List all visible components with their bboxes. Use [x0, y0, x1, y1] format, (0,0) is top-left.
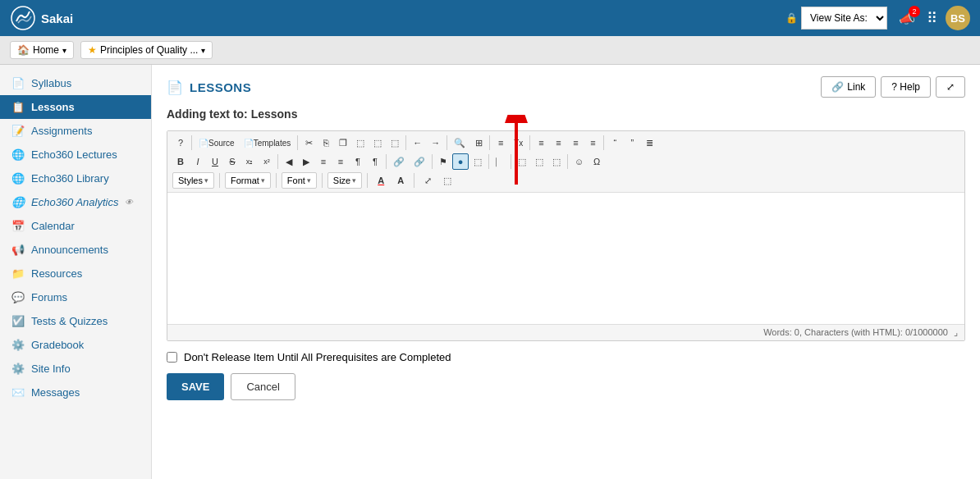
- sidebar-item-gradebook[interactable]: ⚙️ Gradebook: [0, 333, 151, 357]
- divider-btn[interactable]: ⎸: [492, 153, 508, 170]
- table-btn[interactable]: ⬚: [469, 153, 486, 170]
- templates-button[interactable]: 📄 Templates: [240, 135, 295, 151]
- link-insert-btn[interactable]: 🔗: [389, 153, 409, 170]
- align-center-btn[interactable]: ≡: [315, 153, 332, 170]
- sidebar-item-tests-quizzes[interactable]: ☑️ Tests & Quizzes: [0, 309, 151, 333]
- source-button[interactable]: 📄 Source: [195, 135, 239, 151]
- lock-icon: 🔒: [785, 12, 798, 24]
- copy-btn[interactable]: ⎘: [318, 135, 334, 151]
- underline-btn[interactable]: U: [207, 153, 223, 170]
- view-site-as-select[interactable]: View Site As:: [801, 7, 887, 30]
- grid-icon[interactable]: ⠿: [927, 9, 937, 27]
- paste-plain-btn[interactable]: ⬚: [352, 135, 369, 151]
- breadcrumb-course[interactable]: ★ Principles of Quality ... ▾: [80, 41, 213, 59]
- help-toolbar-btn[interactable]: ?: [172, 135, 189, 151]
- format-dropdown[interactable]: Format ▾: [225, 172, 271, 189]
- link-button[interactable]: 🔗 Link: [821, 76, 876, 98]
- text-color-btn[interactable]: A: [392, 172, 409, 189]
- editor-body[interactable]: [167, 193, 964, 324]
- paste-word-btn[interactable]: ⬚: [369, 135, 386, 151]
- quote-close-btn[interactable]: ”: [624, 135, 640, 151]
- redo-btn[interactable]: →: [427, 135, 444, 151]
- indent-right-btn[interactable]: ≡: [584, 135, 601, 151]
- align-left-btn[interactable]: ◀: [281, 153, 297, 170]
- breadcrumb-bar: 🏠 Home ▾ ★ Principles of Quality ... ▾: [0, 36, 980, 65]
- sidebar-item-resources[interactable]: 📁 Resources: [0, 262, 151, 285]
- sidebar-item-announcements[interactable]: 📢 Announcements: [0, 238, 151, 262]
- list-ordered-btn[interactable]: ≡: [533, 135, 549, 151]
- quote-open-btn[interactable]: “: [607, 135, 623, 151]
- special-char-btn[interactable]: Ω: [588, 153, 605, 170]
- align-right-btn[interactable]: ▶: [298, 153, 314, 170]
- notifications-button[interactable]: 📣 2: [895, 7, 918, 30]
- align-justify-btn[interactable]: ≡: [332, 153, 349, 170]
- find-btn[interactable]: ⬚: [387, 135, 403, 151]
- sidebar-item-echo360-library[interactable]: 🌐 Echo360 Library: [0, 167, 151, 190]
- sidebar-item-lessons[interactable]: 📋 Lessons: [0, 95, 151, 119]
- emoji-btn[interactable]: ☺: [570, 153, 588, 170]
- bottom-buttons: SAVE Cancel: [167, 373, 965, 400]
- sidebar-item-echo360-lectures[interactable]: 🌐 Echo360 Lectures: [0, 143, 151, 167]
- calendar-icon: 📅: [11, 220, 25, 232]
- format-tx-btn[interactable]: Tx: [510, 135, 527, 151]
- page-title-icon: 📄: [167, 80, 183, 95]
- fullscreen-btn[interactable]: ⤢: [419, 172, 436, 189]
- resize-btn[interactable]: ⬚: [439, 172, 456, 189]
- styles-dropdown[interactable]: Styles ▾: [172, 172, 214, 189]
- size-dropdown[interactable]: Size ▾: [327, 172, 362, 189]
- sidebar-label-forums: Forums: [31, 291, 67, 303]
- prerequisites-checkbox[interactable]: [167, 352, 177, 363]
- toolbar-row-1: ? 📄 Source 📄 Templates ✂ ⎘ ❐ ⬚ ⬚: [172, 135, 959, 151]
- paragraph-btn[interactable]: ¶: [350, 153, 366, 170]
- assignments-icon: 📝: [11, 125, 25, 137]
- search-btn[interactable]: 🔍: [450, 135, 469, 151]
- echo360-lectures-icon: 🌐: [11, 148, 25, 161]
- superscript-btn[interactable]: x²: [259, 153, 275, 170]
- sidebar-item-calendar[interactable]: 📅 Calendar: [0, 214, 151, 238]
- format-full-width-btn[interactable]: ≡: [492, 135, 509, 151]
- anchor-btn[interactable]: ⚑: [435, 153, 451, 170]
- prerequisites-label[interactable]: Don't Release Item Until All Prerequisit…: [184, 351, 451, 363]
- sidebar-item-site-info[interactable]: ⚙️ Site Info: [0, 357, 151, 381]
- user-avatar[interactable]: BS: [946, 6, 970, 30]
- separator-9: [386, 154, 387, 169]
- font-dropdown[interactable]: Font ▾: [282, 172, 317, 189]
- link-remove-btn[interactable]: 🔗: [410, 153, 429, 170]
- italic-btn[interactable]: I: [190, 153, 206, 170]
- resize-handle[interactable]: ⌟: [954, 327, 958, 337]
- expand-button[interactable]: ⤢: [936, 76, 965, 98]
- breadcrumb-home[interactable]: 🏠 Home ▾: [10, 41, 74, 59]
- help-button[interactable]: ? Help: [881, 76, 931, 98]
- image-btn[interactable]: ⬚: [514, 153, 530, 170]
- font-color-btn[interactable]: A: [373, 172, 389, 189]
- block-btn[interactable]: ¶: [367, 153, 383, 170]
- save-button[interactable]: SAVE: [167, 373, 224, 400]
- sidebar-item-echo360-analytics[interactable]: 🌐 Echo360 Analytics 👁: [0, 190, 151, 214]
- cancel-button[interactable]: Cancel: [231, 373, 295, 400]
- sakai-logo: Sakai: [10, 5, 73, 31]
- horizontal-rule-btn[interactable]: ≣: [641, 135, 657, 151]
- indent-left-btn[interactable]: ≡: [567, 135, 584, 151]
- undo-btn[interactable]: ←: [409, 135, 426, 151]
- paste-btn[interactable]: ❐: [335, 135, 351, 151]
- sidebar-item-syllabus[interactable]: 📄 Syllabus: [0, 71, 151, 95]
- strikethrough-btn[interactable]: S: [224, 153, 240, 170]
- separator-3: [405, 135, 406, 150]
- table2-btn[interactable]: ⬚: [531, 153, 547, 170]
- grid-btn[interactable]: ⬚: [548, 153, 565, 170]
- circle-active-btn[interactable]: ●: [452, 153, 469, 170]
- sidebar-item-messages[interactable]: ✉️ Messages: [0, 381, 151, 404]
- editor-footer: Words: 0, Characters (with HTML): 0/1000…: [167, 324, 964, 340]
- list-unordered-btn[interactable]: ≡: [550, 135, 566, 151]
- subscript-btn[interactable]: x₂: [241, 153, 258, 170]
- size-dropdown-arrow: ▾: [352, 176, 356, 185]
- cut-btn[interactable]: ✂: [300, 135, 317, 151]
- source-page-icon: 📄: [199, 139, 208, 148]
- select-all-btn[interactable]: ⊞: [470, 135, 487, 151]
- sidebar-item-assignments[interactable]: 📝 Assignments: [0, 119, 151, 143]
- sidebar-label-echo360-lectures: Echo360 Lectures: [31, 148, 117, 161]
- separator-17: [367, 173, 368, 188]
- sidebar-item-forums[interactable]: 💬 Forums: [0, 285, 151, 309]
- bold-btn[interactable]: B: [172, 153, 189, 170]
- separator-2: [297, 135, 298, 150]
